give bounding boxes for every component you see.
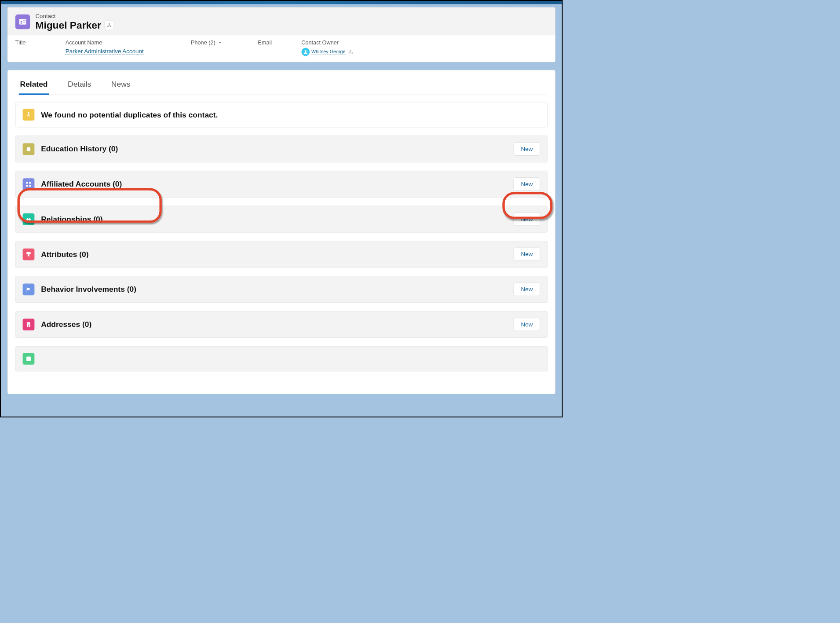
field-label-owner: Contact Owner	[301, 40, 354, 46]
svg-rect-17	[29, 323, 29, 323]
new-attributes-button[interactable]: New	[514, 248, 540, 261]
card-attributes: Attributes (0) New	[15, 241, 548, 268]
contact-name: Miguel Parker	[35, 19, 101, 31]
field-label-title: Title	[15, 40, 42, 46]
tab-news[interactable]: News	[110, 76, 131, 95]
card-relationships: Relationships (0) New	[15, 206, 548, 233]
phone-dropdown[interactable]: Phone (2)	[191, 40, 223, 46]
svg-rect-13	[26, 185, 28, 187]
svg-rect-11	[26, 182, 28, 183]
apple-icon	[23, 143, 35, 155]
svg-rect-7	[110, 26, 111, 27]
building-icon	[23, 319, 35, 330]
svg-point-1	[21, 21, 22, 22]
owner-avatar-icon	[301, 48, 310, 56]
svg-rect-12	[29, 182, 31, 183]
new-affiliated-button[interactable]: New	[514, 177, 540, 191]
object-label: Contact	[35, 13, 114, 19]
tab-related[interactable]: Related	[19, 76, 49, 95]
account-link[interactable]: Parker Administrative Account	[66, 48, 144, 55]
trophy-icon	[23, 248, 35, 260]
new-behavior-button[interactable]: New	[514, 283, 540, 296]
card-education-history: Education History (0) New	[15, 136, 548, 162]
addresses-title[interactable]: Addresses (0)	[41, 320, 91, 329]
attributes-title[interactable]: Attributes (0)	[41, 249, 88, 259]
grid-icon	[23, 178, 35, 190]
svg-rect-3	[23, 20, 25, 21]
svg-rect-4	[23, 22, 25, 22]
svg-rect-2	[20, 22, 22, 23]
duplicates-text: We found no potential duplicates of this…	[41, 110, 218, 119]
record-header: Contact Miguel Parker Title Account Name…	[7, 7, 555, 62]
window-top-bar	[1, 1, 562, 4]
contact-icon	[15, 15, 30, 29]
card-partial	[15, 346, 548, 372]
chevron-down-icon	[218, 41, 223, 44]
main-card: Related Details News We found no potenti…	[7, 70, 555, 394]
handshake-icon	[23, 213, 35, 225]
tabs: Related Details News	[15, 76, 548, 95]
svg-rect-16	[28, 323, 28, 323]
svg-point-8	[305, 50, 307, 52]
affiliated-title[interactable]: Affiliated Accounts (0)	[41, 180, 122, 189]
duplicates-card: We found no potential duplicates of this…	[15, 102, 548, 128]
svg-point-9	[350, 50, 351, 52]
field-label-account: Account Name	[66, 40, 144, 46]
svg-rect-18	[28, 324, 28, 324]
svg-rect-20	[28, 325, 29, 326]
svg-rect-5	[109, 23, 110, 24]
flag-icon	[23, 283, 35, 295]
new-education-button[interactable]: New	[514, 143, 540, 156]
education-title[interactable]: Education History (0)	[41, 144, 118, 154]
field-label-phone: Phone (2)	[191, 40, 215, 46]
person-walk-icon	[23, 109, 35, 121]
relationships-title[interactable]: Relationships (0)	[41, 215, 102, 224]
new-addresses-button[interactable]: New	[514, 318, 540, 331]
new-relationships-button[interactable]: New	[514, 213, 540, 226]
hierarchy-button[interactable]	[105, 21, 114, 30]
change-owner-icon[interactable]	[348, 49, 354, 55]
tab-details[interactable]: Details	[66, 76, 92, 95]
svg-rect-21	[26, 356, 31, 361]
svg-rect-19	[29, 324, 29, 324]
card-behavior: Behavior Involvements (0) New	[15, 276, 548, 303]
behavior-title[interactable]: Behavior Involvements (0)	[41, 285, 136, 294]
svg-rect-6	[107, 26, 109, 27]
card-addresses: Addresses (0) New	[15, 311, 548, 338]
svg-point-10	[28, 112, 29, 114]
field-label-email: Email	[258, 40, 272, 46]
card-affiliated-accounts: Affiliated Accounts (0) New	[15, 171, 548, 198]
owner-link[interactable]: Whitney George	[311, 49, 345, 55]
svg-rect-14	[29, 185, 31, 187]
list-icon-partial	[23, 353, 35, 365]
